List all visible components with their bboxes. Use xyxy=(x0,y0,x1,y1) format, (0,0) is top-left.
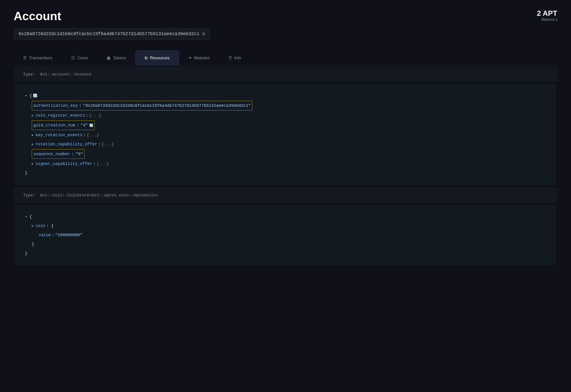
tab-info[interactable]: ☶ Info xyxy=(219,50,250,65)
tab-modules-label: Modules xyxy=(194,56,210,60)
open-brace: { xyxy=(29,92,32,100)
collapse-icon-coinstore[interactable]: ▾ xyxy=(25,213,29,221)
close-brace: } xyxy=(25,169,28,177)
rotation-cap-value: {...} xyxy=(102,140,114,148)
sequence-number-row: sequence_number : "0" xyxy=(25,149,546,159)
tab-coins[interactable]: Ⓒ Coins xyxy=(62,50,97,65)
coin-brace-close: } xyxy=(32,240,34,248)
guid-creation-label: guid_creation_num xyxy=(33,121,75,129)
coins-icon: Ⓒ xyxy=(71,55,75,61)
auth-key-highlighted: authentication_key : "0x28a0726d22dc1d1b… xyxy=(32,101,252,111)
tab-tokens-label: Tokens xyxy=(113,56,126,60)
tab-resources[interactable]: ⧉ Resources xyxy=(135,50,179,65)
resource-section-coinstore: Type: 0x1::coin::CoinStore<0x1::aptos_co… xyxy=(14,188,557,265)
expand-coin-register[interactable]: ▶ xyxy=(32,112,34,119)
key-rotation-events-row: ▶ key_rotation_events : {...} xyxy=(25,130,546,140)
coin-label: coin xyxy=(35,222,45,230)
key-rotation-label: key_rotation_events xyxy=(35,131,82,139)
tab-coins-label: Coins xyxy=(77,56,88,60)
address-bar[interactable]: 0x28a0726d22dc1d1b0c8fcacbc15f6a4db747b2… xyxy=(14,28,210,40)
balance-label: Balance ℹ xyxy=(537,18,557,22)
type-value-account: 0x1::account::Account xyxy=(40,72,92,77)
copy-guid-button[interactable]: 🔄 xyxy=(89,124,93,127)
coin-register-value: {...} xyxy=(89,111,102,120)
seq-num-value: "0" xyxy=(76,150,83,158)
copy-address-icon[interactable]: ⧉ xyxy=(202,32,205,36)
signer-capability-row: ▶ signer_capability_offer : {...} xyxy=(25,159,546,168)
tab-transactions-label: Transactions xyxy=(29,56,52,60)
info-icon: ℹ xyxy=(556,18,557,21)
coinstore-open-brace: ▾ { xyxy=(25,212,546,221)
expand-rotation-cap[interactable]: ▶ xyxy=(32,141,34,147)
balance-amount: 2 APT xyxy=(537,9,557,18)
collapse-icon-account[interactable]: ▾ xyxy=(25,92,29,100)
coinstore-brace-open: { xyxy=(29,213,32,221)
address-text: 0x28a0726d22dc1d1b0c8fcacbc15f6a4db747b2… xyxy=(18,31,199,37)
type-label-1: Type: xyxy=(23,72,35,77)
json-close-brace: } xyxy=(25,168,546,178)
json-viewer-account: ▾ { 🔄 authentication_key : "0x28a0726d22… xyxy=(15,84,556,185)
expand-signer-cap[interactable]: ▶ xyxy=(32,161,34,167)
auth-key-row: authentication_key : "0x28a0726d22dc1d1b… xyxy=(25,100,546,111)
coinstore-brace-close2: } xyxy=(25,249,28,257)
expand-key-rotation[interactable]: ▶ xyxy=(32,132,34,138)
tokens-icon: ▣ xyxy=(107,56,111,60)
type-label-2: Type: xyxy=(23,193,35,198)
expand-coin[interactable]: ▶ xyxy=(32,223,34,229)
page-title: Account xyxy=(14,9,557,23)
rotation-capability-row: ▶ rotation_capability_offer : {...} xyxy=(25,140,546,149)
seq-num-label: sequence_number xyxy=(33,150,70,158)
coin-register-events-row: ▶ coin_register_events : {...} xyxy=(25,111,546,120)
coin-row: ▶ coin : { xyxy=(25,221,546,230)
sequence-number-highlighted: sequence_number : "0" xyxy=(32,149,85,159)
guid-creation-row: guid_creation_num : "4" 🔄 xyxy=(25,120,546,130)
coin-close: } xyxy=(25,239,546,249)
type-value-coinstore: 0x1::coin::CoinStore<0x1::aptos_coin::Ap… xyxy=(40,193,158,198)
tab-modules[interactable]: ✦ Modules xyxy=(179,50,219,65)
tabs-container: ☰ Transactions Ⓒ Coins ▣ Tokens ⧉ Resour… xyxy=(14,50,557,66)
coin-register-label: coin_register_events xyxy=(35,111,85,120)
type-bar-coinstore: Type: 0x1::coin::CoinStore<0x1::aptos_co… xyxy=(14,188,557,202)
rotation-cap-label: rotation_capability_offer xyxy=(35,140,97,148)
auth-key-label: authentication_key xyxy=(33,101,78,110)
coinstore-close-brace: } xyxy=(25,249,546,258)
resources-icon: ⧉ xyxy=(145,56,147,60)
balance-section: 2 APT Balance ℹ xyxy=(537,9,557,22)
tab-resources-label: Resources xyxy=(150,56,169,60)
info-tab-icon: ☶ xyxy=(228,56,232,60)
type-bar-account: Type: 0x1::account::Account xyxy=(14,67,557,82)
json-viewer-coinstore: ▾ { ▶ coin : { value : "200000000" xyxy=(15,205,556,265)
key-rotation-value: {...} xyxy=(87,131,99,139)
value-row: value : "200000000" xyxy=(25,230,546,239)
tab-transactions[interactable]: ☰ Transactions xyxy=(14,50,62,65)
signer-cap-value: {...} xyxy=(97,160,109,168)
transactions-icon: ☰ xyxy=(23,56,27,60)
modules-icon: ✦ xyxy=(189,56,192,60)
content-area: Type: 0x1::account::Account ▾ { 🔄 authen… xyxy=(14,67,557,265)
value-label: value xyxy=(39,231,51,239)
signer-cap-label: signer_capability_offer xyxy=(35,160,92,168)
json-open-brace: ▾ { 🔄 xyxy=(25,91,546,100)
tree-icon: 🔄 xyxy=(33,92,37,99)
resource-section-account: Type: 0x1::account::Account ▾ { 🔄 authen… xyxy=(14,67,557,185)
guid-creation-value: "4" xyxy=(80,121,88,129)
tab-info-label: Info xyxy=(234,56,241,60)
guid-creation-highlighted: guid_creation_num : "4" 🔄 xyxy=(32,121,95,130)
tab-tokens[interactable]: ▣ Tokens xyxy=(97,50,135,65)
auth-key-value: "0x28a0726d22dc1d1b0c8fcacbc15f6a4db747b… xyxy=(83,101,251,110)
value-value: "200000000" xyxy=(55,231,82,239)
